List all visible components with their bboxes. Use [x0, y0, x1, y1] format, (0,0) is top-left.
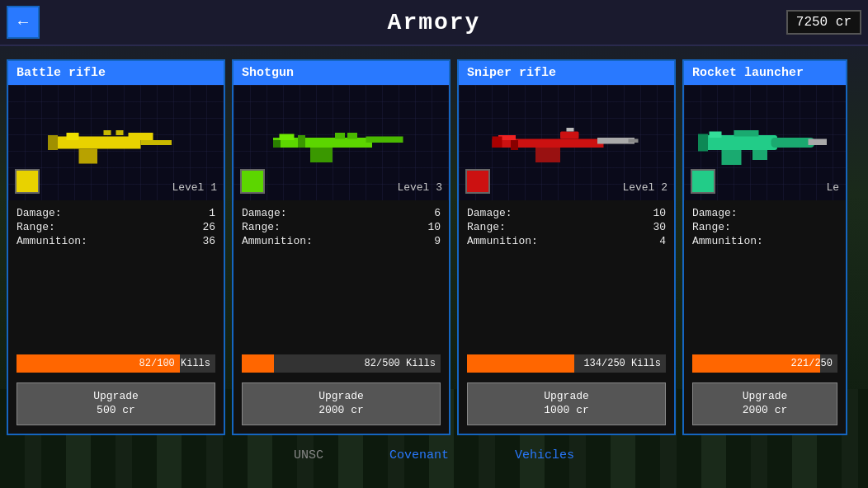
- weapon-image-shotgun: Level 3: [234, 85, 449, 200]
- svg-rect-2: [141, 140, 172, 145]
- level-label-rocket-launcher: Le: [826, 181, 839, 194]
- svg-rect-3: [79, 149, 98, 164]
- upgrade-button-sniper-rifle[interactable]: Upgrade 1000 cr: [467, 382, 666, 425]
- damage-row: Damage:: [692, 207, 837, 219]
- damage-label: Damage:: [17, 207, 62, 219]
- range-label: Range:: [467, 221, 506, 233]
- card-header-sniper-rifle: Sniper rifle: [459, 61, 674, 85]
- ammo-row: Ammunition: 36: [17, 235, 215, 247]
- damage-value: 10: [653, 207, 666, 219]
- range-label: Range:: [692, 221, 731, 233]
- ammo-row: Ammunition: 9: [242, 235, 441, 247]
- color-swatch-shotgun: [240, 169, 265, 194]
- range-value: 30: [653, 221, 666, 233]
- kills-bar-shotgun: 82/500 Kills: [242, 354, 441, 373]
- back-arrow-icon: ←: [18, 13, 28, 32]
- svg-rect-26: [771, 138, 815, 148]
- damage-label: Damage:: [467, 207, 512, 219]
- kills-text-battle-rifle: 82/100 Kills: [17, 358, 215, 369]
- ammo-label: Ammunition:: [692, 235, 763, 247]
- stats-shotgun: Damage: 6 Range: 10 Ammunition: 9: [234, 200, 449, 350]
- weapon-card-shotgun: Shotgun Level 3 Damage: 6 Range:: [232, 59, 451, 435]
- sniper-rifle-svg: [459, 118, 674, 167]
- svg-rect-1: [129, 133, 153, 140]
- color-swatch-battle-rifle: [15, 169, 40, 194]
- range-row: Range: 26: [17, 221, 215, 233]
- kills-text-rocket-launcher: 221/250: [692, 358, 837, 369]
- upgrade-button-shotgun[interactable]: Upgrade 2000 cr: [242, 382, 441, 425]
- damage-label: Damage:: [242, 207, 287, 219]
- range-row: Range:: [692, 221, 837, 233]
- ammo-row: Ammunition:: [692, 235, 837, 247]
- weapon-card-sniper-rifle: Sniper rifle Level 2 Damage: 10: [457, 59, 676, 435]
- weapons-grid: Battle rifle Level 1 Damage: 1 Ran: [0, 46, 868, 442]
- weapon-image-battle-rifle: Level 1: [8, 85, 224, 200]
- range-label: Range:: [242, 221, 281, 233]
- stats-sniper-rifle: Damage: 10 Range: 30 Ammunition: 4: [459, 200, 674, 350]
- svg-rect-19: [535, 148, 560, 162]
- svg-rect-30: [734, 130, 759, 137]
- svg-rect-21: [567, 128, 574, 132]
- kills-bar-rocket-launcher: 221/250: [692, 354, 837, 373]
- damage-value: 1: [209, 207, 215, 219]
- ammo-value: 9: [434, 235, 441, 247]
- damage-row: Damage: 6: [242, 207, 441, 219]
- svg-rect-12: [335, 133, 345, 139]
- range-label: Range:: [17, 221, 55, 233]
- page-title: Armory: [388, 10, 481, 35]
- range-row: Range: 30: [467, 221, 666, 233]
- card-header-battle-rifle: Battle rifle: [8, 61, 224, 85]
- level-label-sniper-rifle: Level 2: [622, 181, 668, 194]
- kills-text-sniper-rifle: 134/250 Kills: [467, 358, 666, 369]
- svg-rect-29: [710, 132, 722, 138]
- range-row: Range: 10: [242, 221, 441, 233]
- svg-rect-9: [366, 137, 403, 143]
- svg-rect-24: [493, 137, 502, 148]
- rocket-launcher-svg: [684, 118, 846, 167]
- ammo-label: Ammunition:: [467, 235, 538, 247]
- svg-rect-16: [493, 139, 604, 148]
- range-value: 10: [427, 221, 441, 233]
- ammo-value: 36: [202, 235, 215, 247]
- stats-battle-rifle: Damage: 1 Range: 26 Ammunition: 36: [8, 200, 224, 350]
- svg-rect-23: [511, 140, 518, 150]
- shotgun-svg: [234, 118, 449, 167]
- svg-rect-27: [809, 139, 828, 146]
- upgrade-button-battle-rifle[interactable]: Upgrade 500 cr: [17, 382, 215, 425]
- card-header-shotgun: Shotgun: [234, 61, 449, 85]
- svg-rect-18: [629, 139, 639, 143]
- kills-bar-battle-rifle: 82/100 Kills: [17, 354, 215, 373]
- nav-item-covenant[interactable]: Covenant: [389, 448, 449, 462]
- back-button[interactable]: ←: [7, 6, 40, 39]
- kills-text-shotgun: 82/500 Kills: [242, 358, 441, 369]
- damage-row: Damage: 10: [467, 207, 666, 219]
- weapon-card-rocket-launcher: Rocket launcher Le Damage: Range:: [682, 59, 847, 435]
- currency-display: 7250 cr: [786, 10, 861, 35]
- nav-item-vehicles[interactable]: Vehicles: [515, 448, 574, 462]
- svg-rect-28: [722, 150, 742, 165]
- svg-rect-7: [116, 130, 124, 135]
- upgrade-button-rocket-launcher[interactable]: Upgrade 2000 cr: [692, 382, 837, 425]
- svg-rect-4: [67, 133, 79, 140]
- svg-rect-13: [347, 133, 357, 139]
- level-label-battle-rifle: Level 1: [172, 181, 217, 194]
- damage-label: Damage:: [692, 207, 738, 219]
- svg-rect-32: [752, 150, 767, 160]
- level-label-shotgun: Level 3: [397, 181, 442, 194]
- weapon-image-rocket-launcher: Le: [684, 85, 846, 200]
- svg-rect-14: [298, 135, 305, 148]
- ammo-label: Ammunition:: [242, 235, 313, 247]
- nav-item-unsc[interactable]: UNSC: [294, 448, 323, 462]
- card-header-rocket-launcher: Rocket launcher: [684, 61, 846, 85]
- svg-rect-5: [48, 135, 58, 150]
- svg-rect-31: [698, 134, 708, 152]
- stats-rocket-launcher: Damage: Range: Ammunition:: [684, 200, 846, 350]
- ammo-value: 4: [659, 235, 666, 247]
- color-swatch-rocket-launcher: [691, 169, 715, 194]
- bottom-navigation: UNSC Covenant Vehicles: [0, 442, 868, 467]
- damage-row: Damage: 1: [17, 207, 215, 219]
- weapon-card-battle-rifle: Battle rifle Level 1 Damage: 1 Ran: [7, 59, 225, 435]
- svg-rect-20: [560, 132, 579, 139]
- svg-rect-10: [310, 148, 333, 162]
- svg-rect-15: [273, 140, 281, 148]
